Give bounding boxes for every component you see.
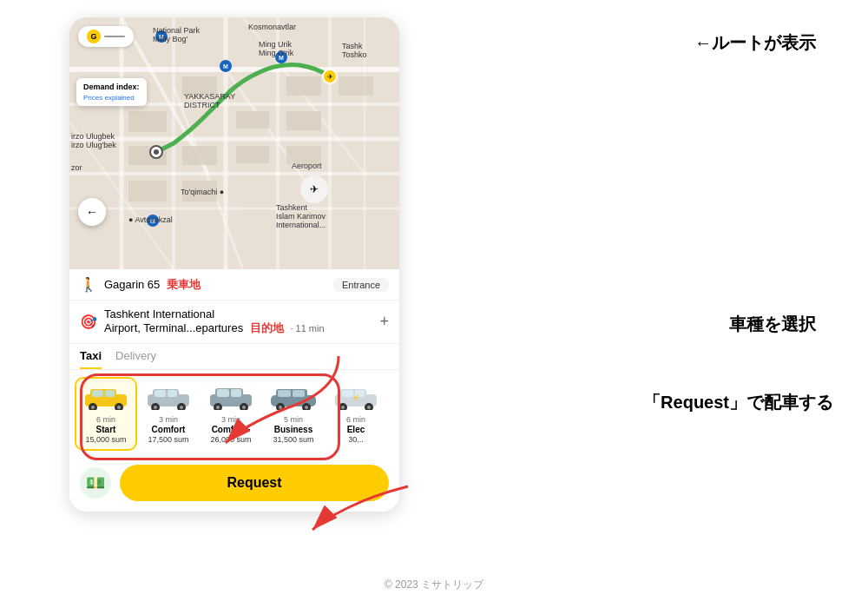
destination-label: 目的地: [250, 321, 284, 334]
svg-rect-22: [182, 146, 217, 165]
map-label-avtovokzal: ● Avtovokzal: [128, 215, 173, 224]
pickup-label: 乗車地: [167, 278, 201, 291]
car-business-name: Business: [267, 425, 319, 434]
svg-rect-21: [286, 76, 321, 96]
demand-title: Demand index:: [83, 82, 140, 93]
svg-rect-17: [128, 111, 167, 132]
pickup-row: 🚶 Gagarin 65 乗車地 Entrance: [69, 269, 399, 301]
map-label-aeroport: Aeroport: [292, 162, 322, 170]
svg-rect-26: [286, 111, 321, 130]
car-comfortplus-price: 26,000 sum: [205, 435, 257, 444]
pickup-icon: 🚶: [80, 276, 97, 293]
svg-rect-27: [339, 76, 373, 96]
yandex-logo: G: [78, 26, 134, 47]
pickup-badge[interactable]: Entrance: [333, 278, 389, 292]
svg-rect-53: [155, 390, 166, 397]
demand-popup[interactable]: Demand index: Prices explained: [76, 78, 147, 106]
svg-rect-24: [128, 181, 167, 202]
map-label-zor: zor: [71, 163, 82, 172]
car-option-elec[interactable]: ⚡ 6 min Elec 30...: [325, 377, 387, 451]
svg-point-80: [341, 406, 345, 409]
svg-text:✈: ✈: [310, 183, 319, 195]
destination-time: · 11 min: [290, 323, 324, 334]
demand-subtitle: Prices explained: [83, 93, 140, 102]
car-start-time: 6 min: [80, 415, 132, 424]
map-label-toqimachi: To'qimachi ●: [181, 188, 224, 196]
svg-point-72: [279, 406, 282, 409]
car-comfort-name: Comfort: [142, 425, 194, 434]
service-tabs: Taxi Delivery: [69, 344, 399, 370]
svg-point-66: [242, 406, 246, 409]
svg-rect-70: [293, 390, 305, 397]
map-label-airport-full: TashkentIslam KarimovInternational...: [276, 203, 326, 229]
svg-rect-61: [217, 389, 229, 397]
car-start-price: 15,000 sum: [80, 435, 132, 444]
bottom-panel: 🚶 Gagarin 65 乗車地 Entrance 🎯 Tashkent Int…: [69, 269, 399, 512]
annotation-car-select: 車種を選択: [729, 313, 816, 336]
map-label-kosmonavtlar: Kosmonavtlar: [248, 23, 296, 31]
car-elec-name: Elec: [330, 425, 382, 434]
yandex-line: [104, 36, 125, 37]
car-comfort-time: 3 min: [142, 415, 194, 424]
destination-icon: 🎯: [80, 314, 97, 330]
svg-point-30: [154, 149, 159, 155]
svg-text:✈: ✈: [327, 73, 333, 81]
svg-rect-62: [231, 389, 241, 397]
svg-point-64: [216, 406, 220, 409]
pickup-text: Gagarin 65 乗車地: [104, 277, 326, 293]
map-area: ✈ M M M M ✈ National ParkMilliy Bog' Kos…: [69, 17, 399, 269]
car-start-name: Start: [80, 425, 132, 434]
svg-rect-69: [278, 390, 291, 397]
destination-text: Tashkent InternationalAirport, Terminal.…: [104, 307, 369, 336]
add-stop-button[interactable]: +: [379, 313, 389, 331]
map-label-ming-urik: Ming UrikMing O'rik: [259, 40, 293, 57]
svg-point-48: [91, 406, 95, 409]
car-options: 6 min Start 15,000 sum 3 min Comfort: [69, 370, 399, 458]
request-button[interactable]: Request: [120, 465, 389, 501]
back-button[interactable]: ←: [78, 198, 106, 226]
map-label-ulugbek: irzo Ulugbekirzo Ulug'bek: [71, 132, 116, 149]
destination-row: 🎯 Tashkent InternationalAirport, Termina…: [69, 301, 399, 344]
car-comfortplus-time: 3 min: [205, 415, 257, 424]
copyright: © 2023 ミサトリップ: [385, 578, 483, 592]
tab-delivery[interactable]: Delivery: [115, 349, 156, 369]
car-comfort-price: 17,500 sum: [142, 435, 194, 444]
svg-point-50: [117, 406, 121, 409]
svg-text:⚡: ⚡: [352, 393, 360, 401]
car-business-time: 5 min: [267, 415, 319, 424]
car-elec-price: 30...: [330, 435, 382, 444]
car-elec-time: 6 min: [330, 415, 382, 424]
car-option-business[interactable]: 5 min Business 31,500 sum: [262, 377, 325, 451]
car-business-price: 31,500 sum: [267, 435, 319, 444]
svg-rect-54: [168, 390, 177, 397]
annotation-route: ←ルートが表示: [694, 31, 816, 55]
svg-rect-19: [236, 111, 269, 129]
svg-text:M: M: [223, 63, 228, 69]
car-option-comfort[interactable]: 3 min Comfort 17,500 sum: [137, 377, 200, 451]
map-label-yakkasaray: YAKKASARAYDISTRICT: [184, 92, 235, 109]
svg-rect-23: [236, 146, 269, 163]
annotation-request: 「Request」で配車する: [643, 391, 833, 414]
payment-icon[interactable]: 💵: [80, 467, 111, 499]
map-label-tashk: TashkToshko: [342, 42, 367, 59]
map-label-national-park: National ParkMilliy Bog': [153, 26, 200, 43]
car-option-start[interactable]: 6 min Start 15,000 sum: [75, 377, 137, 451]
svg-rect-46: [105, 390, 115, 397]
car-option-comfort-plus[interactable]: 3 min Comfort+ 26,000 sum: [200, 377, 262, 451]
phone-container: ✈ M M M M ✈ National ParkMilliy Bog' Kos…: [69, 17, 399, 512]
request-row: 💵 Request: [69, 458, 399, 512]
svg-rect-45: [92, 390, 103, 397]
svg-point-58: [180, 406, 183, 409]
car-comfortplus-name: Comfort+: [205, 425, 257, 434]
tab-taxi[interactable]: Taxi: [80, 349, 102, 369]
svg-point-82: [367, 406, 371, 409]
svg-point-56: [154, 406, 157, 409]
yandex-dot: G: [87, 30, 101, 43]
svg-point-74: [305, 406, 308, 409]
